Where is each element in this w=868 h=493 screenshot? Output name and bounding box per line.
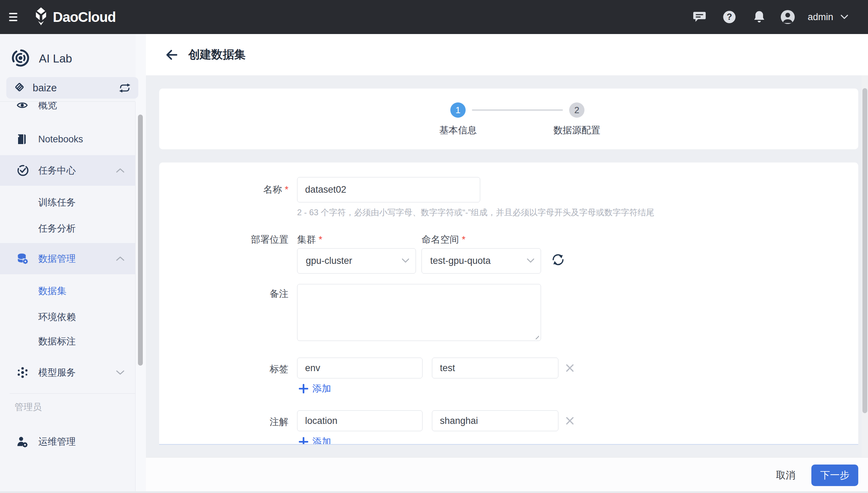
sidebar-item-job-analysis[interactable]: 任务分析	[0, 215, 135, 241]
add-tag-button[interactable]: 添加	[299, 382, 331, 395]
sidebar-item-training-jobs[interactable]: 训练任务	[0, 189, 135, 215]
back-arrow-icon[interactable]	[165, 49, 178, 60]
sidebar-item-overview[interactable]: 概览	[0, 102, 135, 118]
daocloud-gem-icon	[33, 7, 49, 27]
step-1-circle: 1	[450, 102, 466, 118]
sidebar-item-environments[interactable]: 环境依赖	[0, 304, 135, 330]
nodes-cluster-icon	[17, 367, 28, 378]
required-marker: *	[319, 234, 322, 245]
top-bar: DaoCloud ?	[0, 0, 868, 34]
workspace-selector[interactable]: baize	[6, 77, 138, 99]
workspace-name: baize	[33, 82, 57, 94]
remark-label: 备注	[159, 287, 288, 300]
cancel-button[interactable]: 取消	[776, 469, 795, 482]
user-avatar[interactable]	[780, 10, 795, 24]
remove-annotation-icon[interactable]	[563, 414, 577, 428]
username: admin	[808, 12, 833, 23]
workspace-diamond-icon	[14, 82, 25, 94]
annotation-value-input[interactable]	[432, 410, 558, 431]
sidebar-item-task-center[interactable]: 任务中心	[0, 155, 135, 186]
step-2-label: 数据源配置	[535, 124, 619, 136]
admin-section-label: 管理员	[15, 401, 42, 413]
chevron-up-icon	[116, 256, 125, 261]
app-screen: DaoCloud ?	[0, 0, 868, 493]
notebook-icon	[17, 134, 27, 145]
step-connector	[472, 109, 563, 111]
ai-lab-icon	[11, 49, 30, 69]
main-area: 创建数据集 1 2 基本信息 数据源配置 名称* 2 - 63 个字符，必须由小…	[146, 34, 868, 493]
sidebar-item-data-management[interactable]: 数据管理	[0, 243, 135, 274]
sidebar-item-notebooks[interactable]: Notebooks	[0, 126, 135, 152]
annotations-label: 注解	[159, 416, 288, 428]
chevron-down-icon	[402, 258, 409, 264]
tag-key-input[interactable]	[297, 358, 423, 378]
user-menu[interactable]: admin	[801, 12, 849, 23]
name-label: 名称*	[159, 183, 288, 196]
main-scrollbar[interactable]	[862, 88, 867, 413]
add-annotation-button[interactable]: 添加	[299, 435, 331, 445]
help-icon[interactable]: ?	[722, 10, 737, 24]
next-step-button[interactable]: 下一步	[811, 465, 858, 486]
brand-logo: DaoCloud	[33, 7, 116, 27]
sidebar: AI Lab baize	[0, 34, 146, 493]
namespace-select[interactable]: test-gpu-quota	[421, 248, 541, 274]
sidebar-menu: 概览 Notebooks	[0, 102, 135, 493]
step-2-circle: 2	[569, 102, 584, 118]
tags-label: 标签	[159, 363, 288, 375]
topbar-actions: ? admin	[677, 10, 868, 24]
chevron-down-icon	[527, 258, 534, 264]
menu-right-border	[135, 102, 136, 493]
switch-workspace-icon[interactable]	[119, 83, 131, 93]
chevron-down-icon	[116, 370, 125, 375]
step-1-label: 基本信息	[416, 124, 500, 136]
annotation-key-input[interactable]	[297, 410, 423, 431]
deploy-location-label: 部署位置	[159, 233, 288, 246]
cluster-label: 集群*	[297, 233, 322, 246]
name-hint: 2 - 63 个字符，必须由小写字母、数字字符或“-”组成，并且必须以字母开头及…	[297, 207, 654, 218]
notifications-bell-icon[interactable]	[752, 10, 767, 24]
cluster-select[interactable]: gpu-cluster	[297, 248, 416, 274]
sidebar-item-datasets[interactable]: 数据集	[0, 278, 135, 304]
plus-icon	[299, 384, 308, 393]
message-icon[interactable]	[692, 10, 707, 24]
required-marker: *	[462, 234, 466, 245]
user-gear-icon	[17, 436, 28, 448]
tag-value-input[interactable]	[432, 358, 558, 378]
task-check-icon	[17, 164, 29, 177]
svg-text:?: ?	[727, 12, 732, 22]
chevron-up-icon	[116, 168, 125, 173]
remove-tag-icon[interactable]	[563, 361, 577, 375]
product-header: AI Lab	[11, 49, 72, 69]
bottom-edge	[0, 491, 868, 493]
namespace-label: 命名空间*	[421, 233, 466, 246]
sidebar-item-data-annotation[interactable]: 数据标注	[0, 328, 135, 354]
page-header: 创建数据集	[146, 34, 868, 75]
page-title: 创建数据集	[188, 47, 246, 62]
footer-bar: 取消 下一步	[146, 457, 868, 493]
form-card: 名称* 2 - 63 个字符，必须由小写字母、数字字符或“-”组成，并且必须以字…	[159, 162, 858, 445]
refresh-icon[interactable]	[550, 251, 566, 268]
sidebar-item-model-services[interactable]: 模型服务	[0, 359, 135, 385]
sidebar-item-ops-management[interactable]: 运维管理	[0, 428, 135, 455]
sidebar-scrollbar[interactable]	[138, 115, 143, 366]
name-input[interactable]	[297, 177, 480, 202]
required-marker: *	[285, 184, 288, 195]
hamburger-menu-icon[interactable]	[9, 13, 17, 21]
remark-textarea[interactable]	[297, 284, 541, 341]
database-gear-icon	[17, 253, 28, 265]
admin-section-divider	[10, 393, 135, 394]
stepper-card: 1 2 基本信息 数据源配置	[159, 89, 858, 149]
plus-icon	[299, 437, 308, 445]
chevron-down-icon	[840, 14, 849, 20]
eye-icon	[17, 102, 28, 110]
product-name: AI Lab	[39, 52, 72, 65]
brand-name: DaoCloud	[53, 9, 116, 25]
